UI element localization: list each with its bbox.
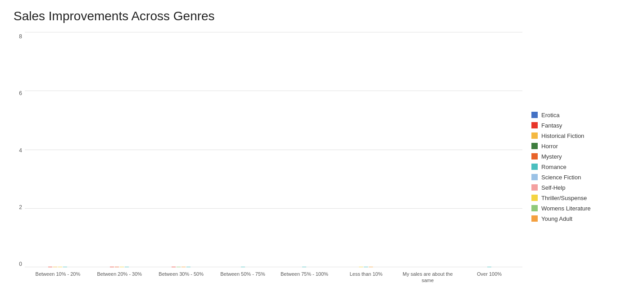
bar-2-2 xyxy=(181,267,186,267)
legend-item-2: Historical Fiction xyxy=(531,132,635,139)
x-label-5: Less than 10% xyxy=(335,271,397,292)
bar-2-3 xyxy=(186,267,190,267)
legend-color-6 xyxy=(531,174,538,180)
bar-group-1 xyxy=(89,267,150,267)
legend-color-4 xyxy=(531,153,538,160)
legend-item-4: Mystery xyxy=(531,153,635,160)
x-labels: Between 10% - 20%Between 20% - 30%Betwee… xyxy=(25,267,522,292)
bar-3-0 xyxy=(241,267,245,267)
bar-2-1 xyxy=(177,267,181,267)
x-label-6: My sales are about the same xyxy=(397,271,458,292)
chart-container: Sales Improvements Across Genres 0 2 4 6… xyxy=(9,9,635,292)
legend-label-0: Erotica xyxy=(541,112,559,119)
legend-item-9: Womens Literature xyxy=(531,205,635,212)
bar-5-1 xyxy=(364,267,368,267)
y-label-6: 6 xyxy=(19,90,22,96)
y-label-2: 2 xyxy=(19,204,22,210)
legend: EroticaFantasyHistorical FictionHorrorMy… xyxy=(531,41,635,292)
legend-item-3: Horror xyxy=(531,143,635,150)
legend-label-2: Historical Fiction xyxy=(541,132,584,139)
bar-group-3 xyxy=(212,267,274,267)
bar-group-0 xyxy=(27,267,89,267)
y-label-0: 0 xyxy=(19,261,22,267)
bar-1-2 xyxy=(120,267,124,267)
bar-5-0 xyxy=(359,267,363,267)
legend-color-3 xyxy=(531,143,538,149)
legend-color-0 xyxy=(531,112,538,118)
legend-color-5 xyxy=(531,164,538,170)
legend-color-10 xyxy=(531,215,538,222)
chart-body: 0 2 4 6 8 xyxy=(9,32,635,292)
legend-label-1: Fantasy xyxy=(541,122,562,129)
x-label-3: Between 50% - 75% xyxy=(212,271,274,292)
x-label-0: Between 10% - 20% xyxy=(27,271,89,292)
bar-2-0 xyxy=(172,267,176,267)
legend-label-10: Young Adult xyxy=(541,215,572,222)
legend-label-3: Horror xyxy=(541,143,558,150)
legend-item-8: Thriller/Suspense xyxy=(531,195,635,201)
chart-title: Sales Improvements Across Genres xyxy=(14,9,635,23)
bar-0-3 xyxy=(63,267,67,267)
bar-1-3 xyxy=(125,267,129,267)
legend-color-7 xyxy=(531,184,538,191)
legend-color-2 xyxy=(531,132,538,139)
legend-color-8 xyxy=(531,195,538,201)
bar-0-1 xyxy=(53,267,57,267)
legend-item-6: Science Fiction xyxy=(531,174,635,181)
legend-label-9: Womens Literature xyxy=(541,205,591,212)
bars-area xyxy=(25,32,522,267)
y-axis: 0 2 4 6 8 xyxy=(9,32,25,267)
legend-label-8: Thriller/Suspense xyxy=(541,195,587,201)
x-label-1: Between 20% - 30% xyxy=(89,271,150,292)
y-label-8: 8 xyxy=(19,33,22,40)
bar-group-7 xyxy=(458,267,520,267)
legend-item-0: Erotica xyxy=(531,112,635,119)
legend-item-7: Self-Help xyxy=(531,184,635,191)
legend-label-4: Mystery xyxy=(541,153,562,160)
legend-item-5: Romance xyxy=(531,164,635,170)
x-label-2: Between 30% - 50% xyxy=(150,271,212,292)
legend-label-5: Romance xyxy=(541,164,567,170)
bar-0-2 xyxy=(58,267,62,267)
chart-plot-area xyxy=(25,32,522,267)
bar-1-1 xyxy=(115,267,119,267)
x-label-7: Over 100% xyxy=(458,271,520,292)
bar-0-0 xyxy=(48,267,52,267)
bar-1-0 xyxy=(110,267,114,267)
bar-7-0 xyxy=(487,267,491,267)
x-label-4: Between 75% - 100% xyxy=(274,271,336,292)
legend-label-6: Science Fiction xyxy=(541,174,581,181)
y-label-4: 4 xyxy=(19,147,22,154)
legend-label-7: Self-Help xyxy=(541,184,565,191)
bar-group-4 xyxy=(274,267,336,267)
bar-group-5 xyxy=(335,267,397,267)
bar-group-2 xyxy=(150,267,212,267)
legend-item-10: Young Adult xyxy=(531,215,635,222)
legend-color-9 xyxy=(531,205,538,211)
legend-item-1: Fantasy xyxy=(531,122,635,129)
bar-4-0 xyxy=(302,267,306,267)
bar-5-2 xyxy=(369,267,373,267)
legend-color-1 xyxy=(531,122,538,128)
